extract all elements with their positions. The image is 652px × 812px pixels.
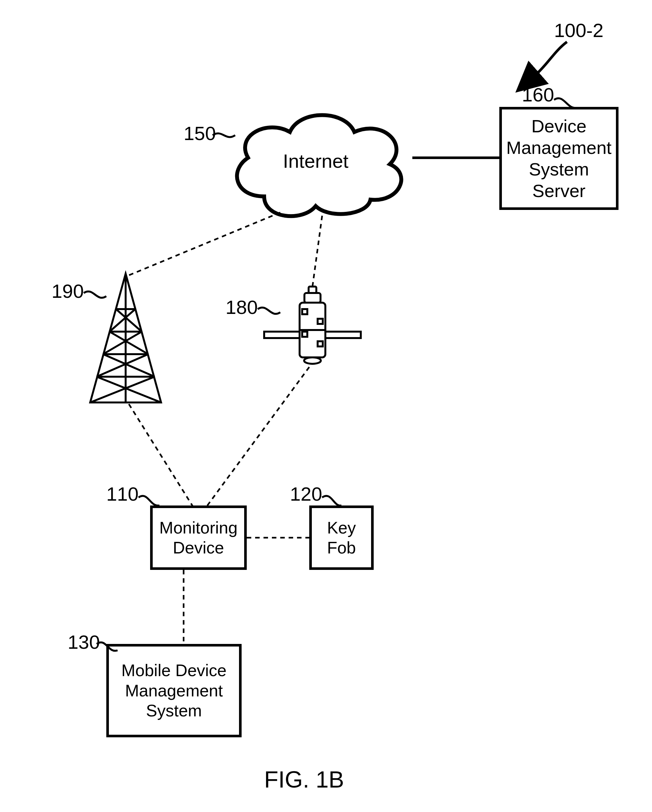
ref-110: 110 xyxy=(106,483,139,505)
svg-line-9 xyxy=(103,354,155,377)
ref-160: 160 xyxy=(522,84,554,106)
ref-190: 190 xyxy=(52,280,84,302)
monitoring-device-label: Monitoring Device xyxy=(159,518,238,558)
key-fob-box: Key Fob xyxy=(309,505,374,570)
svg-rect-20 xyxy=(318,319,323,324)
svg-rect-19 xyxy=(302,309,307,314)
monitoring-device-box: Monitoring Device xyxy=(150,505,247,570)
cell-tower-icon xyxy=(84,270,167,406)
svg-line-10 xyxy=(96,354,148,377)
svg-rect-22 xyxy=(318,341,323,346)
svg-rect-21 xyxy=(302,332,307,337)
ref-150: 150 xyxy=(184,122,216,145)
diagram-stage: Device Management System Server Monitori… xyxy=(0,0,652,812)
satellite-icon xyxy=(251,277,367,393)
internet-label: Internet xyxy=(216,100,416,222)
ref-120: 120 xyxy=(290,483,322,505)
ref-130: 130 xyxy=(67,631,100,653)
ref-180: 180 xyxy=(225,296,258,318)
svg-rect-14 xyxy=(305,293,320,303)
svg-line-12 xyxy=(90,377,155,403)
ref-100-2: 100-2 xyxy=(554,19,603,41)
svg-rect-15 xyxy=(309,287,316,293)
svg-point-16 xyxy=(304,357,321,364)
svg-line-11 xyxy=(96,377,161,403)
figure-label: FIG. 1B xyxy=(264,766,344,793)
mdms-label: Mobile Device Management System xyxy=(121,660,227,720)
svg-rect-18 xyxy=(325,332,361,338)
server-label: Device Management System Server xyxy=(507,115,612,202)
server-box: Device Management System Server xyxy=(499,107,618,210)
svg-line-26 xyxy=(312,216,322,287)
svg-rect-17 xyxy=(264,332,300,338)
key-fob-label: Key Fob xyxy=(327,518,356,558)
mdms-box: Mobile Device Management System xyxy=(106,644,242,737)
